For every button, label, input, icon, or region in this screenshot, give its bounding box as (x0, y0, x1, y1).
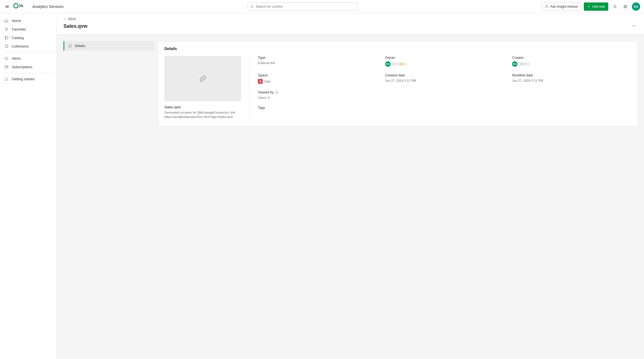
creator-avatar: RA (512, 61, 518, 67)
rocket-icon (4, 77, 9, 81)
type-value: External link (258, 61, 377, 65)
catalog-icon (4, 36, 9, 40)
hamburger-menu[interactable] (4, 3, 10, 10)
sidebar-item-label: Getting started (12, 77, 34, 81)
user-avatar[interactable]: RA (632, 2, 640, 11)
tags-value: - (258, 111, 377, 115)
qlik-logo[interactable]: lik (13, 3, 28, 10)
bell-icon (613, 4, 617, 9)
field-modified: Modified date Jun 27, 2024 2:11 PM (512, 73, 631, 84)
created-label: Created date (385, 73, 504, 77)
sidebar-item-collections[interactable]: Collections (3, 42, 54, 51)
field-type: Type External link (258, 56, 377, 67)
plus-icon (587, 5, 590, 8)
svg-point-9 (635, 26, 635, 26)
panel-title: Details (164, 46, 631, 51)
sidebar-divider (3, 73, 54, 73)
item-title: Sales.qvw (164, 105, 241, 109)
shared-space-icon (259, 80, 262, 83)
modified-value: Jun 27, 2024 2:11 PM (512, 79, 631, 82)
sidebar-item-label: Home (12, 19, 21, 23)
product-title: Analytics Services (32, 4, 64, 9)
top-header: lik Analytics Services Ask Insight Advis… (0, 0, 644, 13)
sidebar-item-getting-started[interactable]: Getting started (3, 75, 54, 83)
notifications-button[interactable] (611, 3, 619, 10)
modified-label: Modified date (512, 73, 631, 77)
tab-details[interactable]: Details (63, 41, 154, 51)
home-icon (4, 19, 9, 23)
svg-rect-4 (5, 57, 8, 60)
field-creator: Creator RA (512, 56, 631, 67)
sidebar-item-label: Alerts (12, 57, 21, 60)
detail-tabs: Details (63, 41, 154, 51)
svg-point-7 (632, 26, 633, 26)
add-new-button[interactable]: Add new (584, 2, 608, 11)
created-value: Jun 27, 2024 2:11 PM (385, 79, 504, 82)
mail-icon (4, 65, 9, 69)
sidebar-divider (3, 52, 54, 53)
field-created: Created date Jun 27, 2024 2:11 PM (385, 73, 504, 84)
grid-icon (623, 4, 628, 9)
main-content: Back Sales.qvw Details Details (57, 13, 644, 359)
svg-text:lik: lik (19, 4, 24, 8)
star-icon (4, 27, 9, 31)
owner-label: Owner (385, 56, 504, 60)
menu-icon (5, 4, 9, 9)
more-actions-button[interactable] (631, 23, 637, 30)
page-title: Sales.qvw (63, 23, 87, 29)
sidebar-item-alerts[interactable]: Alerts (3, 54, 54, 63)
type-label: Type (258, 56, 377, 60)
apps-launcher-button[interactable] (621, 3, 629, 10)
ask-insight-advisor-button[interactable]: Ask Insight Advisor (542, 2, 581, 11)
space-value[interactable]: help (264, 80, 270, 83)
left-sidebar: Home Favorites Catalog Collections Alert… (0, 13, 57, 359)
sparkle-icon (545, 5, 549, 9)
space-label: Space (258, 73, 377, 77)
search-input[interactable] (256, 5, 355, 9)
page-header: Back Sales.qvw (57, 13, 644, 35)
qlik-logo-svg: lik (13, 3, 28, 9)
tags-label: Tags (258, 106, 377, 110)
sidebar-item-label: Subscriptions (12, 65, 32, 69)
sidebar-item-label: Collections (12, 45, 29, 48)
svg-rect-6 (5, 66, 8, 68)
item-description: Generated on-prem by QlikLineageConnecto… (164, 110, 241, 119)
svg-rect-3 (5, 37, 8, 39)
viewed-value: Users: 0 (258, 96, 377, 99)
sidebar-item-favorites[interactable]: Favorites (3, 25, 54, 34)
dots-horizontal-icon (632, 24, 636, 28)
sidebar-item-catalog[interactable]: Catalog (3, 34, 54, 42)
svg-point-8 (634, 26, 634, 26)
chevron-left-icon (63, 17, 67, 21)
field-space: Space help (258, 73, 377, 84)
search-box[interactable] (248, 2, 358, 11)
item-thumbnail (164, 56, 241, 101)
alerts-icon (4, 56, 9, 60)
space-icon (258, 79, 263, 84)
info-icon (68, 44, 72, 48)
field-owner: Owner RA (385, 56, 504, 67)
svg-point-1 (17, 7, 18, 8)
tab-label: Details (75, 44, 85, 48)
details-panel: Details Sales.qvw Generated on-prem by Q… (158, 41, 637, 126)
owner-name-redacted (392, 62, 409, 66)
link-icon (198, 74, 207, 83)
viewed-by-label: Viewed by (258, 90, 377, 94)
svg-point-5 (5, 58, 6, 59)
sidebar-item-home[interactable]: Home (3, 16, 54, 25)
back-button[interactable]: Back (63, 17, 637, 21)
owner-avatar: RA (385, 61, 391, 67)
sidebar-item-subscriptions[interactable]: Subscriptions (3, 63, 54, 71)
info-icon[interactable] (275, 91, 278, 94)
creator-name-redacted (519, 62, 530, 66)
creator-label: Creator (512, 56, 631, 60)
search-icon (250, 5, 254, 9)
collections-icon (4, 44, 9, 48)
sidebar-item-label: Catalog (12, 36, 24, 40)
field-tags: Tags - (258, 106, 377, 115)
sidebar-item-label: Favorites (12, 27, 26, 31)
field-viewed-by: Viewed by Users: 0 (258, 90, 377, 99)
